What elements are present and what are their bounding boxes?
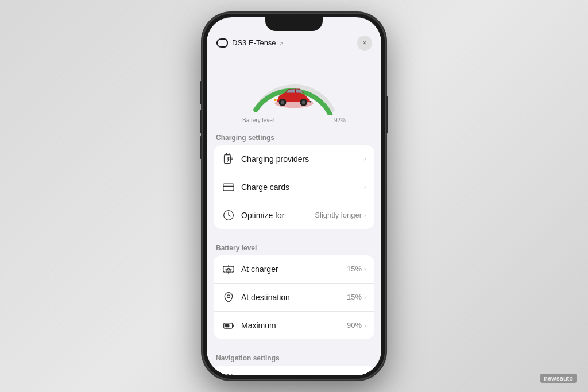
ds-logo-icon	[216, 38, 229, 48]
at-charger-row[interactable]: At charger 15% ›	[214, 255, 374, 284]
card-icon	[222, 180, 235, 194]
watermark: newsauto	[540, 374, 577, 383]
at-destination-label: At destination	[241, 293, 347, 302]
speed-offset-row[interactable]: Speed offset ›	[214, 366, 374, 375]
optimize-for-row[interactable]: Optimize for Slightly longer ›	[214, 201, 374, 229]
svg-rect-13	[223, 184, 234, 191]
charging-providers-row[interactable]: Charging providers ›	[214, 145, 374, 173]
battery-max-icon	[222, 319, 235, 332]
optimize-for-chevron: ›	[364, 211, 366, 219]
phone-frame: DS3 E-Tense > ×	[202, 13, 386, 380]
car-svg	[271, 83, 317, 110]
optimize-for-value: Slightly longer	[315, 211, 362, 219]
battery-labels: Battery level 92%	[242, 117, 346, 123]
app-header: DS3 E-Tense > ×	[207, 31, 381, 53]
svg-point-22	[227, 294, 230, 297]
maximum-label: Maximum	[241, 321, 347, 330]
svg-rect-24	[225, 324, 229, 327]
at-destination-row[interactable]: At destination 15% ›	[214, 284, 374, 312]
battery-gauge-section: Battery level 92%	[207, 53, 381, 126]
notch	[265, 17, 323, 31]
close-button[interactable]: ×	[357, 36, 372, 51]
header-title: DS3 E-Tense	[232, 38, 276, 47]
header-chevron-icon: >	[280, 40, 283, 46]
maximum-row[interactable]: Maximum 90% ›	[214, 312, 374, 339]
charge-cards-label: Charge cards	[241, 183, 364, 192]
maximum-chevron: ›	[364, 321, 366, 329]
destination-icon	[222, 290, 235, 304]
header-left: DS3 E-Tense >	[216, 38, 283, 48]
charging-settings-card: Charging providers › Charge cards ›	[214, 145, 374, 229]
optimize-for-label: Optimize for	[241, 211, 315, 220]
phone-screen: DS3 E-Tense > ×	[207, 17, 381, 375]
battery-level-header: Battery level	[207, 236, 381, 255]
car-image	[271, 83, 317, 110]
svg-rect-5	[309, 99, 312, 100]
at-charger-label: At charger	[241, 265, 347, 274]
at-charger-chevron: ›	[364, 265, 366, 273]
svg-point-2	[281, 100, 284, 104]
at-destination-chevron: ›	[364, 293, 366, 301]
gauge-container	[242, 57, 346, 115]
screen-content[interactable]: DS3 E-Tense > ×	[207, 17, 381, 375]
svg-point-4	[302, 100, 305, 104]
charging-settings-header: Charging settings	[207, 126, 381, 145]
battery-level-label: Battery level	[242, 117, 274, 123]
battery-percent: 92%	[334, 117, 346, 123]
charging-icon	[222, 152, 235, 166]
charge-cards-row[interactable]: Charge cards ›	[214, 173, 374, 201]
svg-rect-6	[274, 99, 277, 100]
battery-level-card: At charger 15% › At destination 15% ›	[214, 255, 374, 339]
charger-icon	[222, 262, 235, 276]
charging-providers-label: Charging providers	[241, 154, 364, 164]
at-destination-value: 15%	[347, 293, 362, 301]
svg-rect-7	[309, 101, 311, 102]
speed-offset-label: Speed offset	[241, 375, 364, 375]
navigation-settings-card: Speed offset ›	[214, 366, 374, 375]
optimize-icon	[222, 208, 235, 222]
charge-cards-chevron: ›	[364, 183, 366, 191]
maximum-value: 90%	[347, 321, 362, 329]
svg-point-19	[227, 268, 229, 270]
charging-providers-chevron: ›	[364, 155, 366, 163]
navigation-settings-header: Navigation settings	[207, 346, 381, 366]
at-charger-value: 15%	[347, 265, 362, 273]
